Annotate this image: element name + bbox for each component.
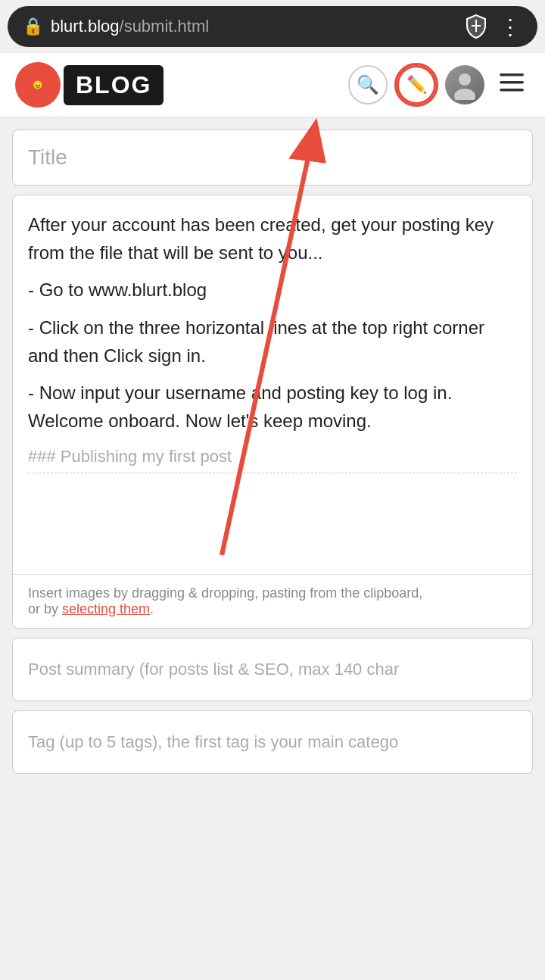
editor-heading-faded: ### Publishing my first post [28, 444, 517, 473]
svg-rect-4 [500, 89, 524, 92]
search-icon: 🔍 [357, 74, 379, 95]
editor-paragraph-1: After your account has been created, get… [28, 211, 517, 267]
hamburger-icon [500, 73, 524, 92]
footer-text-2: or by [28, 601, 62, 616]
svg-rect-2 [500, 73, 524, 76]
editor-body[interactable]: After your account has been created, get… [13, 195, 532, 574]
browser-actions: ⋮ [465, 14, 522, 39]
browser-bar: 🔒 blurt.blog/submit.html ⋮ [8, 6, 537, 47]
footer-text-1: Insert images by dragging & dropping, pa… [28, 585, 422, 601]
navbar: 😠 BLOG 🔍 ✏️ [0, 53, 545, 117]
tag-input[interactable]: Tag (up to 5 tags), the first tag is you… [12, 710, 533, 774]
avatar-image [445, 65, 484, 105]
edit-icon: ✏️ [406, 75, 427, 95]
title-input-container[interactable]: Title [12, 130, 533, 186]
shield-icon [465, 14, 487, 39]
content-editor[interactable]: After your account has been created, get… [12, 195, 533, 629]
logo-icon: 😠 [15, 62, 61, 108]
select-link[interactable]: selecting them [62, 601, 150, 616]
svg-point-1 [454, 89, 475, 100]
editor-paragraph-2: - Go to www.blurt.blog [28, 276, 517, 304]
more-options-icon[interactable]: ⋮ [500, 14, 522, 39]
nav-actions: 🔍 ✏️ [348, 65, 530, 105]
footer-text-3: . [150, 601, 154, 616]
browser-url: 🔒 blurt.blog/submit.html [23, 17, 209, 36]
post-summary-input[interactable]: Post summary (for posts list & SEO, max … [12, 638, 533, 701]
hamburger-menu-button[interactable] [494, 70, 530, 100]
editor-footer: Insert images by dragging & dropping, pa… [13, 574, 532, 628]
avatar[interactable] [445, 65, 484, 105]
search-button[interactable]: 🔍 [348, 65, 388, 105]
editor-paragraph-3: - Click on the three horizontal lines at… [28, 314, 517, 370]
edit-post-button[interactable]: ✏️ [397, 65, 436, 105]
title-placeholder: Title [28, 145, 67, 169]
logo-icon-text: 😠 [33, 80, 43, 89]
main-content: Title After your account has been create… [0, 117, 545, 786]
logo-text: BLOG [76, 71, 151, 98]
editor-paragraph-4: - Now input your username and posting ke… [28, 379, 517, 435]
svg-point-0 [459, 73, 471, 86]
summary-placeholder: Post summary (for posts list & SEO, max … [28, 660, 399, 679]
tag-placeholder: Tag (up to 5 tags), the first tag is you… [28, 732, 398, 751]
lock-icon: 🔒 [23, 17, 43, 36]
url-text: blurt.blog/submit.html [51, 17, 209, 36]
logo-text-background: BLOG [64, 65, 164, 105]
svg-rect-3 [500, 81, 524, 84]
logo[interactable]: 😠 BLOG [15, 62, 164, 108]
